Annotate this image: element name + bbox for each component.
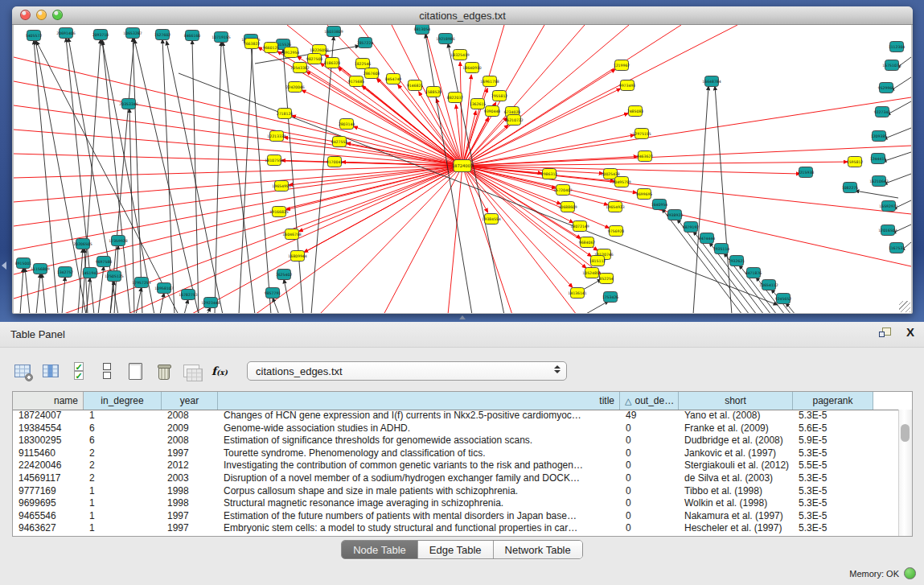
network-node[interactable]: 9245652 xyxy=(775,294,792,304)
column-header-name[interactable]: name xyxy=(13,392,84,410)
network-node[interactable]: 15751074 xyxy=(882,60,901,71)
network-node[interactable]: 8471876 xyxy=(745,268,762,278)
network-node[interactable]: 1527602 xyxy=(154,30,171,40)
network-node[interactable]: 852254 xyxy=(599,274,614,284)
network-node[interactable]: 16782753 xyxy=(179,290,197,300)
network-canvas[interactable]: 5405572206914062093718106532871527602846… xyxy=(14,25,911,313)
network-node[interactable]: 9857791 xyxy=(265,288,281,299)
network-node[interactable]: 8466160 xyxy=(184,31,201,41)
zoom-button[interactable] xyxy=(52,10,63,20)
table-row[interactable]: 977716911998Corpus callosum shape and si… xyxy=(13,485,899,498)
toolbar-function-builder-button[interactable]: f(x) xyxy=(209,361,230,381)
network-node[interactable]: 8912954 xyxy=(283,47,300,58)
column-header-title[interactable]: title xyxy=(218,392,620,410)
network-node[interactable]: 10719155 xyxy=(211,32,230,43)
network-node[interactable]: 1209385 xyxy=(871,131,888,142)
network-node[interactable]: 18107554 xyxy=(265,155,283,166)
network-node[interactable]: 20353346 xyxy=(119,99,138,109)
network-node[interactable]: 2718126 xyxy=(277,109,294,119)
network-view-window[interactable]: citations_edges.txt 54055722069140620937… xyxy=(12,6,913,314)
network-node[interactable]: 9146821 xyxy=(407,80,424,91)
network-node[interactable]: 20495759 xyxy=(612,177,630,187)
network-node[interactable]: 16046758 xyxy=(282,229,301,240)
toolbar-row-height-button[interactable] xyxy=(97,361,117,381)
network-node[interactable]: 8813054 xyxy=(414,25,431,35)
minimize-button[interactable] xyxy=(36,10,47,20)
network-node[interactable]: 9973493 xyxy=(619,80,636,91)
window-titlebar[interactable]: citations_edges.txt xyxy=(12,6,913,25)
toolbar-select-all-button[interactable]: ✓✓ xyxy=(68,361,89,381)
network-node[interactable]: 9474444 xyxy=(699,233,716,244)
network-node[interactable]: 16033809 xyxy=(324,27,343,37)
network-node[interactable]: 2986312 xyxy=(541,169,558,179)
close-panel-icon[interactable]: X xyxy=(906,326,914,339)
network-node[interactable]: 2935114 xyxy=(713,244,730,254)
network-node[interactable]: 1822546 xyxy=(355,59,372,69)
network-node[interactable]: 1451947 xyxy=(82,268,99,278)
memory-indicator[interactable]: Memory: OK xyxy=(849,567,916,579)
network-node[interactable]: 9697588 xyxy=(96,257,113,267)
network-node[interactable]: 15592971 xyxy=(879,201,897,212)
network-node[interactable]: 8938923 xyxy=(667,210,684,220)
network-node[interactable]: 10688609 xyxy=(558,202,577,212)
resize-grip-icon[interactable] xyxy=(899,301,910,312)
column-header-year[interactable]: year xyxy=(162,392,218,410)
network-node[interactable]: 19166825 xyxy=(269,207,288,217)
table-row[interactable]: 1872400712008Changes of HCN gene express… xyxy=(13,410,899,422)
network-node[interactable]: 6879197 xyxy=(683,222,700,233)
table-row[interactable]: 2242004622012Investigating the contribut… xyxy=(13,459,899,472)
network-node[interactable]: 9529966 xyxy=(878,83,895,93)
toolbar-new-table-button[interactable] xyxy=(125,361,146,381)
scrollbar-thumb[interactable] xyxy=(901,424,910,442)
table-row[interactable]: 946362711997Embryonic stem cells: a mode… xyxy=(13,522,899,535)
network-node[interactable]: 9827508 xyxy=(306,54,323,64)
network-node[interactable]: 8822037 xyxy=(447,93,464,103)
network-node[interactable]: 2803144 xyxy=(339,119,355,130)
tab-network-table[interactable]: Network Table xyxy=(494,541,582,558)
network-node[interactable]: 9756928 xyxy=(608,226,625,237)
network-node[interactable]: 10654112 xyxy=(759,280,778,290)
network-node[interactable]: 2093718 xyxy=(92,30,109,40)
network-node[interactable]: 9390448 xyxy=(484,106,501,117)
network-node[interactable]: 7485083 xyxy=(627,106,644,117)
network-node[interactable]: 1082275 xyxy=(842,183,859,193)
network-node[interactable]: 8427552 xyxy=(331,137,348,147)
network-node[interactable]: 11156809 xyxy=(31,264,49,274)
table-row[interactable]: 969969511998Structural magnetic resonanc… xyxy=(13,497,899,510)
network-node[interactable]: 1167533 xyxy=(889,243,906,253)
network-node[interactable]: 7955812 xyxy=(491,91,508,101)
network-node[interactable]: 1588520 xyxy=(425,87,442,97)
network-node[interactable]: 1219967 xyxy=(614,60,630,71)
network-node[interactable]: 14136141 xyxy=(568,288,586,299)
network-node[interactable]: 18072149 xyxy=(570,221,589,232)
network-node[interactable]: 8186328 xyxy=(324,58,341,68)
toolbar-show-columns-button[interactable] xyxy=(40,361,61,381)
network-node[interactable]: 19218986 xyxy=(436,34,454,44)
splitter-handle-icon[interactable] xyxy=(459,315,466,319)
network-node[interactable]: 12213339 xyxy=(267,131,285,142)
table-row[interactable]: 1830029562008Estimation of significance … xyxy=(13,435,899,447)
network-node[interactable]: 10653287 xyxy=(123,28,142,39)
network-node[interactable]: 12975155 xyxy=(632,129,651,139)
network-node[interactable]: 5405572 xyxy=(26,31,43,41)
network-node[interactable]: 19384554 xyxy=(482,214,500,225)
column-header-out_degree[interactable]: △out_de… xyxy=(620,392,679,410)
network-node[interactable]: 9463627 xyxy=(637,151,654,162)
table-row[interactable]: 911546021997Tourette syndrome. Phenomeno… xyxy=(13,447,899,460)
network-node[interactable]: 17359928 xyxy=(109,236,127,246)
tab-node-table[interactable]: Node Table xyxy=(342,541,418,558)
column-header-in_degree[interactable]: in_degree xyxy=(84,392,162,410)
network-node[interactable]: 18325419 xyxy=(450,50,469,60)
network-node[interactable]: 7857224 xyxy=(357,38,374,48)
network-node[interactable]: 10958107 xyxy=(154,283,173,294)
network-node[interactable]: 20691406 xyxy=(56,28,75,39)
float-panel-icon[interactable] xyxy=(879,328,892,339)
network-node[interactable]: 16210643 xyxy=(869,176,888,187)
network-node[interactable]: 18724007 xyxy=(452,160,473,172)
toolbar-table-options-button[interactable] xyxy=(12,361,33,381)
panel-collapse-arrow-icon[interactable] xyxy=(2,262,6,270)
network-node[interactable]: 20206505 xyxy=(73,239,92,249)
column-header-short[interactable]: short xyxy=(679,392,793,410)
network-node[interactable]: 1815112 xyxy=(589,256,606,266)
network-node[interactable]: 1362615 xyxy=(470,99,487,109)
